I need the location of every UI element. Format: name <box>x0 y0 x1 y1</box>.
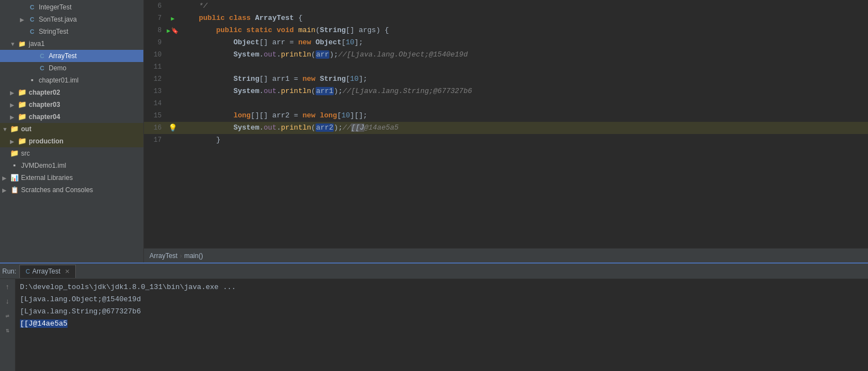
sidebar-label: chapter02 <box>29 89 60 96</box>
sidebar-item-ext-libraries[interactable]: ▶ 📊 External Libraries <box>0 172 143 184</box>
folder-icon: 📁 <box>18 39 27 48</box>
sidebar-label: chapter03 <box>29 101 60 109</box>
breadcrumb-class[interactable]: ArrayTest <box>149 252 178 260</box>
line-number: 14 <box>144 100 166 107</box>
scroll-down-button[interactable]: ↓ <box>2 296 13 307</box>
code-line-13: 13 System.out.println(arr1);//[Ljava.lan… <box>144 85 868 97</box>
console-line-2: [Ljava.lang.String;@677327b6 <box>20 306 864 318</box>
code-content: } <box>179 134 868 146</box>
class-icon: C <box>28 15 37 24</box>
tree-arrow: ▶ <box>10 102 18 108</box>
sidebar-item-chapter02[interactable]: ▶ 📁 chapter02 <box>0 86 143 99</box>
code-content: public static void main(String[] args) { <box>179 24 868 37</box>
tree-arrow: ▶ <box>10 90 18 96</box>
sidebar-item-chapter01-iml[interactable]: ▪ chapter01.iml <box>0 74 143 86</box>
class-icon: C <box>28 3 37 12</box>
sidebar-label: production <box>29 137 64 145</box>
sidebar-label: JVMDemo1.iml <box>21 162 66 169</box>
code-content: System.out.println(arr);//[Ljava.lang.Ob… <box>179 49 868 61</box>
class-icon: C <box>38 64 46 73</box>
breadcrumb-bar: ArrayTest › main() <box>144 248 868 262</box>
line-number: 13 <box>144 87 166 95</box>
code-line-6: 6 */ <box>144 0 868 12</box>
sidebar-item-array-test[interactable]: C ArrayTest <box>0 50 143 62</box>
line-number: 9 <box>144 39 166 47</box>
breadcrumb-separator: › <box>180 252 182 260</box>
bottom-panel: Run: C ArrayTest ✕ ↑ ↓ ⇌ ⇅ D:\develop_to… <box>0 262 868 371</box>
tree-arrow: ▼ <box>10 41 18 47</box>
sidebar-item-out[interactable]: ▼ 📁 out <box>0 123 143 135</box>
run-label: Run: <box>2 267 16 275</box>
console-line-cmd: D:\develop_tools\jdk\jdk1.8.0_131\bin\ja… <box>20 281 864 293</box>
gutter: ▶ <box>166 15 179 22</box>
line-number: 16 <box>144 124 166 132</box>
sidebar-label: out <box>21 125 32 133</box>
scratch-icon: 📋 <box>10 186 19 194</box>
run-tab-bar: Run: C ArrayTest ✕ <box>0 264 868 279</box>
code-editor[interactable]: 6 */ 7 ▶ public class ArrayTest { 8 ▶ 🔖 <box>144 0 868 248</box>
console-sidebar: ↑ ↓ ⇌ ⇅ <box>0 279 16 371</box>
sidebar-label: ArrayTest <box>49 52 77 60</box>
module-icon: ▪ <box>28 76 37 85</box>
breadcrumb-method[interactable]: main() <box>184 252 203 260</box>
run-gutter-icon[interactable]: ▶ <box>167 27 170 34</box>
run-tab-array-test[interactable]: C ArrayTest ✕ <box>19 265 76 278</box>
scroll-up-button[interactable]: ↑ <box>2 281 13 292</box>
sidebar-item-integer-test[interactable]: C IntegerTest <box>0 1 143 13</box>
sidebar-label: IntegerTest <box>39 3 71 11</box>
console-line-1: [Ljava.lang.Object;@1540e19d <box>20 293 864 306</box>
sidebar-label: java1 <box>29 40 45 48</box>
folder-icon: 📁 <box>10 149 19 158</box>
sidebar-label: Demo <box>49 64 66 72</box>
code-content: System.out.println(arr2);//[[J@14ae5a5 <box>179 122 868 134</box>
code-line-8: 8 ▶ 🔖 public static void main(String[] a… <box>144 24 868 37</box>
code-line-17: 17 } <box>144 134 868 146</box>
sidebar-item-production[interactable]: ▶ 📁 production <box>0 135 143 147</box>
sidebar-item-scratches[interactable]: ▶ 📋 Scratches and Consoles <box>0 184 143 196</box>
sidebar-label: Scratches and Consoles <box>21 186 93 194</box>
tree-arrow: ▶ <box>10 114 18 120</box>
code-line-7: 7 ▶ public class ArrayTest { <box>144 12 868 24</box>
bookmark-icon: 🔖 <box>171 27 179 34</box>
code-line-12: 12 String[] arr1 = new String[10]; <box>144 73 868 85</box>
sidebar-item-jvmdemo-iml[interactable]: ▪ JVMDemo1.iml <box>0 159 143 172</box>
code-line-10: 10 System.out.println(arr);//[Ljava.lang… <box>144 49 868 61</box>
tab-close-button[interactable]: ✕ <box>65 268 70 275</box>
sidebar-label: src <box>21 150 30 157</box>
code-content: */ <box>179 0 868 12</box>
project-sidebar[interactable]: C IntegerTest ▶ C SonTest.java C StringT… <box>0 0 144 262</box>
console-output: ↑ ↓ ⇌ ⇅ D:\develop_tools\jdk\jdk1.8.0_13… <box>0 279 868 371</box>
line-number: 17 <box>144 136 166 144</box>
sidebar-item-demo[interactable]: C Demo <box>0 62 143 74</box>
module-icon: ▪ <box>10 161 19 170</box>
line-number: 7 <box>144 14 166 22</box>
console-lines: D:\develop_tools\jdk\jdk1.8.0_131\bin\ja… <box>16 279 868 371</box>
folder-icon: 📁 <box>18 137 27 146</box>
code-line-9: 9 Object[] arr = new Object[10]; <box>144 37 868 49</box>
bulb-icon[interactable]: 💡 <box>168 123 177 132</box>
sidebar-item-son-test[interactable]: ▶ C SonTest.java <box>0 13 143 25</box>
folder-icon: 📁 <box>18 100 27 109</box>
tree-arrow: ▶ <box>2 187 10 193</box>
sidebar-item-java1[interactable]: ▼ 📁 java1 <box>0 38 143 50</box>
line-number: 6 <box>144 2 166 10</box>
sidebar-item-chapter03[interactable]: ▶ 📁 chapter03 <box>0 99 143 111</box>
sidebar-label: chapter04 <box>29 113 60 121</box>
sidebar-item-src[interactable]: 📁 src <box>0 147 143 159</box>
class-icon: C <box>28 27 37 36</box>
console-line-3: [[J@14ae5a5 <box>20 318 864 330</box>
sidebar-label: chapter01.iml <box>39 76 79 84</box>
line-number: 15 <box>144 112 166 120</box>
sort-button[interactable]: ⇌ <box>2 310 13 321</box>
sidebar-label: External Libraries <box>21 174 73 182</box>
line-number: 10 <box>144 51 166 59</box>
sort2-button[interactable]: ⇅ <box>2 324 13 336</box>
folder-icon: 📁 <box>18 88 27 97</box>
tree-arrow: ▼ <box>2 126 10 132</box>
code-content: Object[] arr = new Object[10]; <box>179 37 868 49</box>
editor-area: 6 */ 7 ▶ public class ArrayTest { 8 ▶ 🔖 <box>144 0 868 262</box>
line-number: 12 <box>144 75 166 83</box>
run-gutter-icon[interactable]: ▶ <box>171 15 175 22</box>
sidebar-item-string-test[interactable]: C StringTest <box>0 25 143 38</box>
sidebar-item-chapter04[interactable]: ▶ 📁 chapter04 <box>0 111 143 123</box>
